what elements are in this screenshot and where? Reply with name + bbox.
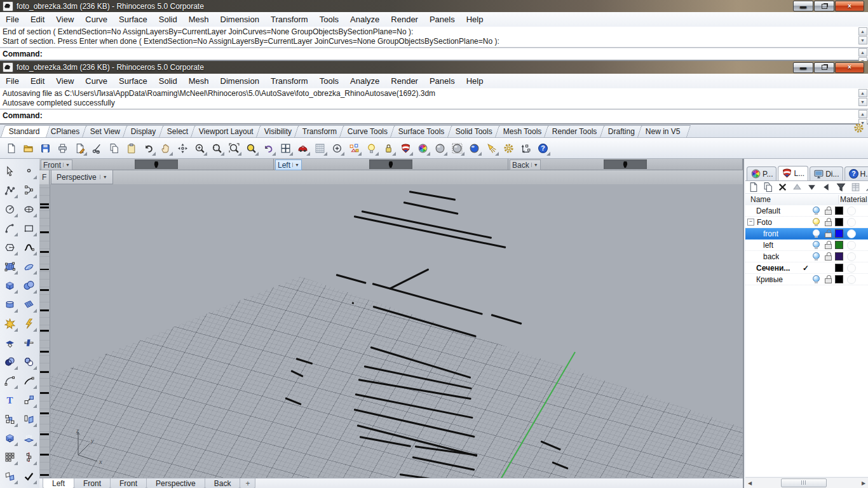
toolbar-tab-render-tools[interactable]: Render Tools	[544, 125, 607, 137]
layer-lock-icon[interactable]	[824, 275, 832, 283]
hatch-icon[interactable]	[313, 140, 327, 156]
chevron-down-icon[interactable]: ▼	[100, 175, 107, 179]
filter-icon[interactable]	[836, 182, 846, 193]
layer-row-кривые[interactable]: Кривые	[745, 274, 868, 285]
curve-segment-edge[interactable]	[40, 309, 49, 311]
extrude-icon[interactable]	[20, 431, 37, 445]
layer-lock-icon[interactable]	[824, 229, 832, 238]
sphere-dashed-icon[interactable]	[450, 140, 464, 156]
menu-item-render[interactable]: Render	[385, 15, 424, 24]
annotate-icon[interactable]	[72, 140, 86, 156]
cone-light-icon[interactable]	[484, 140, 498, 156]
curve-segment[interactable]	[362, 210, 492, 239]
perspective-viewport-canvas[interactable]: zyx	[50, 184, 743, 478]
collapse-icon[interactable]	[821, 182, 832, 193]
sphere-icon[interactable]	[20, 278, 37, 293]
command-prompt-bottom[interactable]: Command: ▲▼	[0, 109, 868, 125]
menu-item-solid[interactable]: Solid	[153, 15, 183, 24]
boolean-difference-icon[interactable]	[20, 355, 37, 369]
curve-segment-edge[interactable]	[40, 269, 49, 270]
scale-icon[interactable]	[20, 393, 37, 407]
layer-lock-icon[interactable]	[824, 207, 832, 215]
delete-layer-icon[interactable]	[777, 182, 788, 193]
menu-item-dimension[interactable]: Dimension	[215, 76, 265, 86]
layer-row-сечени[interactable]: Сечени...✓	[745, 262, 868, 274]
curve-segment-edge[interactable]	[40, 251, 49, 253]
check-icon[interactable]	[20, 469, 37, 484]
expander-minus-icon[interactable]: −	[747, 219, 754, 226]
menu-item-mesh[interactable]: Mesh	[183, 15, 215, 24]
column-header-name[interactable]: Name	[745, 195, 838, 204]
scroll-right-icon[interactable]: ▶	[859, 480, 868, 486]
zoom-window-icon[interactable]	[210, 140, 224, 156]
front-strip-viewport-canvas[interactable]	[39, 184, 50, 478]
circle-icon[interactable]	[1, 202, 18, 217]
boolean-union-icon[interactable]	[1, 355, 18, 369]
toolbar-tab-new-in-v5[interactable]: New in V5	[637, 125, 691, 137]
curve-segment-edge[interactable]	[40, 454, 49, 456]
menu-item-tools[interactable]: Tools	[314, 15, 344, 24]
help-icon[interactable]: ?	[536, 140, 550, 156]
sheet-icon[interactable]	[850, 182, 861, 193]
minimize-button[interactable]: ▬	[793, 1, 813, 11]
minimized-viewport-left[interactable]: Left▼	[274, 159, 508, 170]
front-strip-viewport-title[interactable]: F	[39, 170, 50, 184]
column-header-material[interactable]: Material	[838, 195, 868, 204]
extend-icon[interactable]	[20, 374, 37, 388]
curve-segment-edge[interactable]	[40, 207, 49, 208]
curve-segment-edge[interactable]	[40, 231, 49, 233]
command-history-top[interactable]: End of section ( ExtendSection=No Assign…	[0, 27, 868, 48]
layer-color-swatch[interactable]	[835, 207, 843, 215]
box-icon[interactable]	[1, 278, 18, 293]
curve-segment-edge[interactable]	[40, 351, 49, 353]
polygon-icon[interactable]	[1, 240, 18, 255]
close-button[interactable]: ×	[835, 1, 864, 11]
viewport-tab-front[interactable]: Front	[110, 478, 147, 488]
gears-icon[interactable]	[501, 140, 515, 156]
panel-tab-l[interactable]: L...	[778, 166, 808, 180]
menu-item-panels[interactable]: Panels	[424, 76, 461, 86]
align-icon[interactable]	[20, 412, 37, 426]
menu-item-edit[interactable]: Edit	[25, 15, 50, 24]
menu-item-render[interactable]: Render	[385, 76, 424, 86]
array-curve-icon[interactable]	[20, 450, 37, 464]
array-grid-icon[interactable]	[1, 450, 18, 464]
menu-item-curve[interactable]: Curve	[79, 15, 113, 24]
new-file-icon[interactable]	[4, 140, 18, 156]
viewport-title-front[interactable]: Front▼	[41, 159, 72, 170]
chevron-down-icon[interactable]: ▼	[63, 163, 70, 167]
gumball-icon[interactable]	[347, 140, 361, 156]
history-scrollbar[interactable]: ▲▼	[858, 89, 867, 106]
dimension-icon[interactable]	[519, 140, 532, 156]
perspective-viewport-title[interactable]: Perspective ▼	[51, 170, 113, 184]
solid-edit-icon[interactable]	[1, 431, 18, 445]
viewport-thumbnail[interactable]	[369, 159, 412, 169]
chevron-down-icon[interactable]: ▼	[292, 163, 299, 167]
layer-visibility-bulb-icon[interactable]	[813, 252, 820, 261]
layer-color-swatch[interactable]	[835, 264, 843, 272]
render-icon[interactable]	[398, 140, 412, 156]
curve-segment[interactable]	[354, 215, 506, 248]
curve-segment[interactable]	[336, 274, 367, 284]
layer-material-circle[interactable]	[847, 252, 856, 261]
layer-material-circle[interactable]	[847, 229, 856, 238]
copy-icon[interactable]	[107, 140, 121, 156]
curve-segment-edge[interactable]	[40, 203, 49, 205]
select-icon[interactable]	[1, 164, 18, 179]
minimize-button[interactable]: ▬	[793, 62, 813, 73]
curve-segment-edge[interactable]	[40, 289, 49, 291]
paste-icon[interactable]	[124, 140, 138, 156]
point-icon[interactable]	[20, 164, 37, 179]
group-icon[interactable]	[1, 412, 18, 426]
restore-button[interactable]	[814, 1, 834, 11]
menu-item-surface[interactable]: Surface	[113, 15, 153, 24]
arc-icon[interactable]	[1, 221, 18, 236]
layer-color-swatch[interactable]	[835, 218, 843, 226]
sphere-blue-icon[interactable]	[467, 140, 481, 156]
curve-segment[interactable]	[409, 191, 456, 201]
undo-icon[interactable]	[141, 140, 155, 156]
chevron-down-icon[interactable]: ▼	[531, 163, 538, 167]
text-icon[interactable]: T	[1, 393, 18, 407]
print-icon[interactable]	[55, 140, 69, 156]
menu-item-surface[interactable]: Surface	[113, 76, 153, 86]
